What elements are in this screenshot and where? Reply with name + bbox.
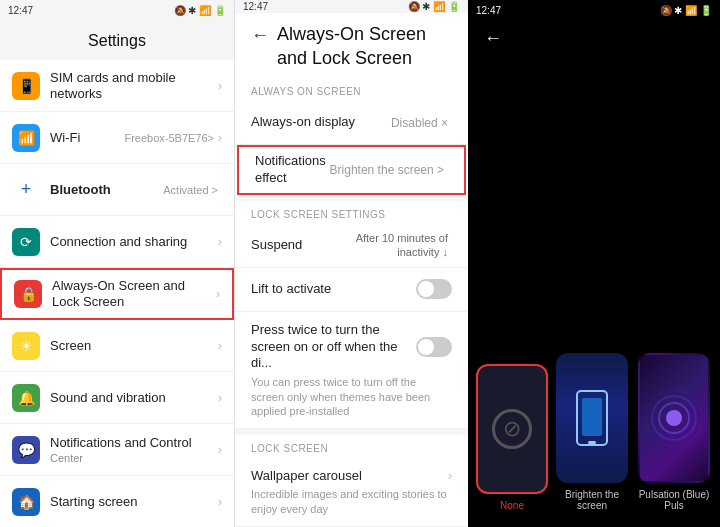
screen-option-none[interactable]: ⊘ None <box>476 364 548 511</box>
settings-item-connection[interactable]: ⟳ Connection and sharing › <box>0 216 234 268</box>
notifications-effect-label: Notifications effect <box>255 153 330 187</box>
settings-item-starting[interactable]: 🏠 Starting screen › <box>0 476 234 527</box>
press-twice-desc: You can press twice to turn off the scre… <box>251 375 452 418</box>
wifi-text: Wi-Fi <box>50 130 124 146</box>
settings-panel: 12:47 🔕 ✱ 📶 🔋 Settings 📱 SIM cards and m… <box>0 0 234 527</box>
status-icons-1: 🔕 ✱ 📶 🔋 <box>174 5 226 16</box>
list-item-notifications-effect[interactable]: Notifications effect Brighten the screen… <box>237 145 466 195</box>
connection-label: Connection and sharing <box>50 234 218 250</box>
sim-chevron: › <box>218 79 222 93</box>
screen-chevron: › <box>218 339 222 353</box>
bluetooth-text: Bluetooth <box>50 182 163 198</box>
settings-item-screen[interactable]: ☀ Screen › <box>0 320 234 372</box>
always-on-display-label: Always-on display <box>251 114 391 131</box>
svg-rect-1 <box>582 398 602 436</box>
alwayson-chevron: › <box>216 287 220 301</box>
svg-rect-2 <box>588 441 596 444</box>
screen-option-brighten[interactable]: Brighten the screen <box>556 353 628 511</box>
wifi-icon: 📶 <box>12 124 40 152</box>
wallpaper-carousel-chevron: › <box>448 469 452 483</box>
back-button-3[interactable]: ← <box>484 28 502 49</box>
none-label: None <box>500 500 524 511</box>
connection-icon: ⟳ <box>12 228 40 256</box>
wifi-value: Freebox-5B7E76> <box>124 132 214 144</box>
panel3-header: ← <box>468 20 720 57</box>
svg-point-3 <box>666 410 682 426</box>
sound-chevron: › <box>218 391 222 405</box>
wifi-label: Wi-Fi <box>50 130 124 146</box>
settings-item-wifi[interactable]: 📶 Wi-Fi Freebox-5B7E76> › <box>0 112 234 164</box>
none-icon: ⊘ <box>492 409 532 449</box>
sim-text: SIM cards and mobile networks <box>50 70 218 101</box>
notifications-chevron: › <box>218 443 222 457</box>
alwayson-text: Always-On Screen and Lock Screen <box>52 278 216 309</box>
connection-chevron: › <box>218 235 222 249</box>
settings-item-bluetooth[interactable]: + Bluetooth Activated > <box>0 164 234 216</box>
bluetooth-label: Bluetooth <box>50 182 163 198</box>
lift-label: Lift to activate <box>251 281 416 298</box>
notifications-icon: 💬 <box>12 436 40 464</box>
suspend-value: After 10 minutes of inactivity ↓ <box>348 231 448 260</box>
settings-title: Settings <box>0 20 234 60</box>
sound-text: Sound and vibration <box>50 390 218 406</box>
back-button-2[interactable]: ← <box>251 25 269 46</box>
wallpaper-carousel-row: Wallpaper carousel › <box>251 468 452 485</box>
press-twice-label: Press twice to turn the screen on or off… <box>251 322 408 373</box>
lift-toggle[interactable] <box>416 279 452 299</box>
list-item-press-twice[interactable]: Press twice to turn the screen on or off… <box>235 312 468 430</box>
sim-icon: 📱 <box>12 72 40 100</box>
suspend-label: Suspend <box>251 237 348 254</box>
alwayson-icon: 🔒 <box>14 280 42 308</box>
status-icons-3: 🔕 ✱ 📶 🔋 <box>660 5 712 16</box>
list-item-always-on-display[interactable]: Always-on display Disabled × <box>235 101 468 145</box>
panel2-header: ← Always-On Screen and Lock Screen <box>235 13 468 78</box>
settings-item-alwayson[interactable]: 🔒 Always-On Screen and Lock Screen › <box>0 268 234 320</box>
settings-item-notifications[interactable]: 💬 Notifications and Control Center › <box>0 424 234 476</box>
notifications-text: Notifications and Control Center <box>50 435 218 464</box>
status-time-1: 12:47 <box>8 5 33 16</box>
screen-option-pulsation[interactable]: Pulsation (Blue) Puls <box>636 353 712 511</box>
settings-list: 📱 SIM cards and mobile networks › 📶 Wi-F… <box>0 60 234 527</box>
none-thumb: ⊘ <box>476 364 548 494</box>
wallpaper-carousel-desc: Incredible images and exciting stories t… <box>251 487 452 516</box>
wifi-chevron: › <box>218 131 222 145</box>
notifications-effect-value: Brighten the screen > <box>330 163 444 177</box>
notifications-sublabel: Center <box>50 452 218 464</box>
brighten-label: Brighten the screen <box>556 489 628 511</box>
section-header-always-on: ALWAYS ON SCREEN <box>235 78 468 101</box>
press-twice-toggle[interactable] <box>416 337 452 357</box>
list-item-suspend[interactable]: Suspend After 10 minutes of inactivity ↓ <box>235 224 468 268</box>
section-header-lock-screen: LOCK SCREEN SETTINGS <box>235 201 468 224</box>
status-time-2: 12:47 <box>243 1 268 12</box>
bluetooth-value: Activated > <box>163 184 218 196</box>
notifications-effect-panel: 12:47 🔕 ✱ 📶 🔋 ← ⊘ None Brighten th <box>468 0 720 527</box>
screen-label: Screen <box>50 338 218 354</box>
always-on-panel: 12:47 🔕 ✱ 📶 🔋 ← Always-On Screen and Loc… <box>234 0 468 527</box>
sim-label: SIM cards and mobile networks <box>50 70 218 101</box>
wallpaper-carousel-label: Wallpaper carousel <box>251 468 448 485</box>
list-item-lift[interactable]: Lift to activate <box>235 268 468 312</box>
sound-label: Sound and vibration <box>50 390 218 406</box>
settings-item-sound[interactable]: 🔔 Sound and vibration › <box>0 372 234 424</box>
section-header-lockscreen: LOCK SCREEN <box>235 435 468 458</box>
screen-icon: ☀ <box>12 332 40 360</box>
screen-options: ⊘ None Brighten the screen <box>468 57 720 527</box>
status-time-3: 12:47 <box>476 5 501 16</box>
status-bar-1: 12:47 🔕 ✱ 📶 🔋 <box>0 0 234 20</box>
always-on-display-value: Disabled × <box>391 116 448 130</box>
press-twice-row: Press twice to turn the screen on or off… <box>251 322 452 373</box>
starting-label: Starting screen <box>50 494 218 510</box>
brighten-thumb <box>556 353 628 483</box>
starting-text: Starting screen <box>50 494 218 510</box>
pulsation-label: Pulsation (Blue) Puls <box>636 489 712 511</box>
starting-icon: 🏠 <box>12 488 40 516</box>
status-bar-3: 12:47 🔕 ✱ 📶 🔋 <box>468 0 720 20</box>
screen-text: Screen <box>50 338 218 354</box>
status-bar-2: 12:47 🔕 ✱ 📶 🔋 <box>235 0 468 13</box>
starting-chevron: › <box>218 495 222 509</box>
notifications-label: Notifications and Control <box>50 435 218 451</box>
status-icons-2: 🔕 ✱ 📶 🔋 <box>408 1 460 12</box>
settings-item-sim[interactable]: 📱 SIM cards and mobile networks › <box>0 60 234 112</box>
list-item-wallpaper-carousel[interactable]: Wallpaper carousel › Incredible images a… <box>235 458 468 527</box>
panel2-title: Always-On Screen and Lock Screen <box>277 23 452 70</box>
